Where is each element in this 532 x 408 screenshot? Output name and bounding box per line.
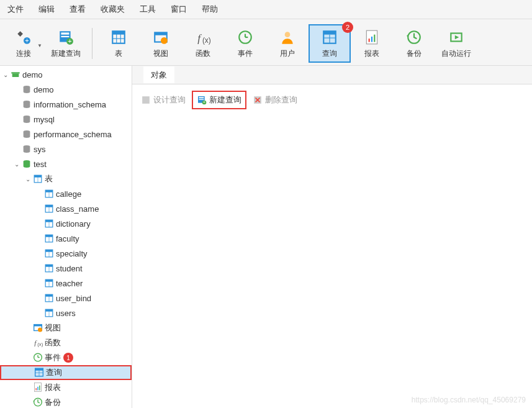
connection-node[interactable]: ⌄demo	[0, 67, 132, 82]
new-query-icon: +	[197, 95, 207, 105]
table-faculty[interactable]: faculty	[0, 231, 132, 246]
menu-edit[interactable]: 编辑	[38, 4, 55, 15]
svg-text:+: +	[68, 37, 71, 44]
table-specialty[interactable]: specialty	[0, 246, 132, 261]
object-toolbar: 设计查询+新建查询删除查询	[132, 84, 532, 116]
menu-view[interactable]: 查看	[70, 4, 86, 15]
database-icon	[21, 158, 32, 170]
svg-rect-13	[155, 32, 167, 35]
table-teacher[interactable]: teacher	[0, 276, 132, 291]
backup-icon	[32, 397, 43, 408]
table-class_name[interactable]: class_name	[0, 201, 132, 216]
database-sys[interactable]: sys	[0, 142, 132, 156]
toolbar-user-button[interactable]: 用户	[266, 24, 309, 63]
svg-rect-28	[374, 34, 375, 42]
menu-fav[interactable]: 收藏夹	[101, 4, 125, 15]
svg-marker-31	[455, 35, 459, 39]
table-icon	[43, 203, 55, 214]
query-icon	[321, 29, 338, 46]
table-users[interactable]: users	[0, 306, 132, 320]
database-demo[interactable]: demo	[0, 82, 132, 97]
report-icon	[363, 29, 381, 46]
table-icon	[32, 173, 43, 184]
svg-rect-87	[142, 96, 150, 104]
svg-rect-3	[61, 32, 69, 34]
toolbar-fx-button[interactable]: f(x)函数	[182, 24, 224, 63]
design-icon	[141, 95, 151, 105]
svg-text:+: +	[25, 36, 29, 43]
svg-point-14	[161, 37, 168, 44]
database-performance_schema[interactable]: performance_schema	[0, 127, 132, 142]
svg-text:f: f	[197, 32, 202, 43]
table-icon	[43, 307, 55, 319]
svg-text:(x): (x)	[202, 35, 211, 44]
database-information_schema[interactable]: information_schema	[0, 97, 132, 112]
tab-bar: 对象	[132, 66, 532, 84]
watermark: https://blog.csdn.net/qq_45069279	[412, 396, 526, 404]
svg-text:+: +	[203, 100, 205, 104]
reports-group[interactable]: 报表	[0, 380, 132, 395]
clock-icon	[237, 29, 254, 46]
main-toolbar: +连接▼+新建查询表视图f(x)函数事件用户查询2报表备份自动运行	[0, 19, 532, 66]
menu-tools[interactable]: 工具	[140, 4, 156, 15]
table-icon	[43, 278, 55, 289]
tables-group[interactable]: ⌄表	[0, 171, 132, 186]
table-user_bind[interactable]: user_bind	[0, 291, 132, 306]
toolbar-new-query-button[interactable]: +新建查询	[45, 24, 87, 63]
auto-icon	[448, 29, 465, 46]
clock-icon	[32, 352, 43, 363]
tab-objects[interactable]: 对象	[143, 66, 174, 83]
table-icon	[43, 233, 55, 244]
connection-icon	[10, 69, 21, 80]
menu-window[interactable]: 窗口	[171, 4, 187, 15]
view-icon	[152, 29, 169, 46]
svg-rect-22	[323, 31, 336, 34]
database-mysql[interactable]: mysql	[0, 112, 132, 127]
table-icon	[43, 263, 55, 274]
svg-rect-89	[199, 97, 204, 98]
plug-icon: +	[15, 29, 32, 46]
svg-rect-84	[37, 386, 38, 390]
queries-group[interactable]: 查询	[0, 365, 132, 380]
toolbar-plug-button[interactable]: +连接▼	[2, 24, 45, 63]
menu-bar: 文件 编辑 查看 收藏夹 工具 窗口 帮助	[0, 0, 532, 19]
menu-help[interactable]: 帮助	[202, 4, 218, 15]
events-group[interactable]: 事件1	[0, 350, 132, 365]
object-tree[interactable]: ⌄demodemoinformation_schemamysqlperforma…	[0, 66, 132, 408]
query-icon	[34, 367, 45, 378]
table-student[interactable]: student	[0, 261, 132, 276]
table-icon	[43, 292, 55, 304]
svg-rect-33	[11, 72, 19, 74]
table-icon	[43, 218, 55, 229]
toolbar-clock-button[interactable]: 事件	[224, 24, 266, 63]
database-test[interactable]: ⌄test	[0, 156, 132, 171]
content-area: 对象 设计查询+新建查询删除查询	[132, 66, 532, 408]
toolbar-view-button[interactable]: 视图	[140, 24, 182, 63]
badge: 1	[63, 353, 73, 363]
fx-icon: f(x)	[194, 29, 212, 46]
svg-rect-79	[35, 368, 43, 371]
functions-group[interactable]: f(x)函数	[0, 335, 132, 350]
table-icon	[43, 188, 55, 199]
table-icon	[43, 248, 55, 259]
svg-rect-8	[112, 31, 125, 34]
table-dictionary[interactable]: dictionary	[0, 216, 132, 231]
database-icon	[21, 114, 32, 125]
views-group[interactable]: 视图	[0, 320, 132, 335]
toolbar-query-button[interactable]: 查询2	[309, 24, 351, 63]
svg-rect-26	[369, 39, 370, 42]
toolbar-backup-button[interactable]: 备份	[393, 24, 435, 63]
user-icon	[279, 29, 296, 46]
obj-delete-button: 删除查询	[249, 92, 301, 108]
toolbar-report-button[interactable]: 报表	[351, 24, 393, 63]
obj-new-query-button[interactable]: +新建查询	[192, 91, 246, 109]
toolbar-auto-button[interactable]: 自动运行	[435, 24, 477, 63]
menu-file[interactable]: 文件	[7, 4, 24, 15]
table-icon	[110, 29, 127, 46]
database-icon	[21, 84, 32, 95]
toolbar-table-button[interactable]: 表	[97, 24, 140, 63]
database-icon	[21, 143, 32, 155]
backups-group[interactable]: 备份	[0, 395, 132, 408]
table-callege[interactable]: callege	[0, 186, 132, 201]
svg-rect-85	[39, 385, 40, 390]
